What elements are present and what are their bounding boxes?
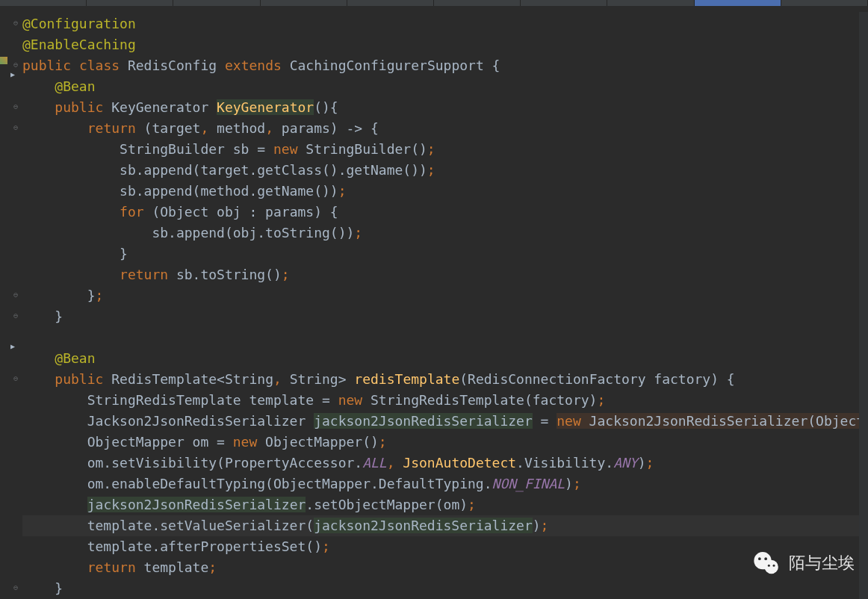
text: om.setVisibility(PropertyAccessor.	[22, 455, 362, 471]
svg-point-3	[764, 557, 767, 560]
semicolon: ;	[541, 518, 549, 533]
fold-icon[interactable]: ⊖	[13, 124, 21, 131]
op: ,	[273, 371, 282, 387]
text: template.afterPropertiesSet()	[22, 539, 322, 554]
fold-icon[interactable]: ⊖	[13, 103, 21, 111]
tab-active[interactable]	[695, 0, 781, 6]
watermark: 陌与尘埃	[751, 548, 855, 578]
text	[22, 497, 87, 512]
type: JsonAutoDetect	[403, 455, 516, 471]
tab[interactable]	[781, 0, 868, 6]
semicolon: ;	[96, 288, 104, 303]
run-caret-icon[interactable]: ▶	[10, 70, 15, 78]
svg-point-4	[768, 565, 770, 567]
semicolon: ;	[597, 392, 605, 408]
tab[interactable]	[173, 0, 260, 6]
error-stripe[interactable]	[859, 12, 868, 599]
keyword: new	[557, 413, 581, 429]
text: (){	[314, 99, 338, 115]
semicolon: ;	[208, 559, 217, 575]
method-name: KeyGenerator	[217, 99, 314, 115]
constant: ALL	[362, 455, 387, 471]
fold-icon[interactable]: ⊖	[13, 375, 21, 382]
constant: NON_FINAL	[492, 476, 565, 491]
text: Jackson2JsonRedisSerializer	[22, 413, 314, 429]
semicolon: ;	[645, 455, 654, 471]
fold-icon[interactable]: ⊖	[13, 61, 21, 69]
svg-point-5	[773, 565, 775, 567]
op: ,	[387, 455, 395, 471]
text: sb.append(obj.toString())	[22, 225, 354, 240]
keyword: for	[120, 204, 144, 220]
watermark-text: 陌与尘埃	[789, 552, 855, 574]
text: StringRedisTemplate template =	[22, 392, 338, 408]
text: KeyGenerator	[103, 99, 217, 115]
fold-icon[interactable]: ⊖	[13, 312, 21, 320]
op: ,	[265, 120, 273, 136]
text: }	[22, 308, 63, 324]
wechat-icon	[751, 548, 781, 578]
tab[interactable]	[261, 0, 347, 6]
keyword: return	[87, 559, 136, 575]
keyword: new	[338, 392, 363, 408]
tab[interactable]	[607, 0, 694, 6]
op: ,	[200, 120, 208, 136]
keyword: class	[79, 58, 120, 73]
text: template.setValueSerializer(	[22, 518, 314, 533]
text: }	[22, 580, 63, 596]
highlighted-id: jackson2JsonRedisSerializer	[314, 518, 533, 533]
gutter: ⊖ ⊖ ▶ ⊖ ⊖ ⊖ ⊖ ▶ ⊖ ⊖	[0, 6, 22, 599]
constant: ANY	[613, 455, 638, 471]
text: ObjectMapper()	[257, 434, 379, 450]
annotation: @EnableCaching	[22, 37, 136, 52]
highlighted-id: jackson2JsonRedisSerializer	[87, 497, 306, 512]
tab[interactable]	[347, 0, 434, 6]
text: method	[208, 120, 265, 136]
text: .setObjectMapper(om)	[306, 497, 468, 512]
text: .Visibility.	[516, 455, 613, 471]
annotation: @Bean	[55, 78, 95, 94]
code-editor[interactable]: ⊖ ⊖ ▶ ⊖ ⊖ ⊖ ⊖ ▶ ⊖ ⊖ @Configuration @Enab…	[0, 6, 868, 599]
tab-bar[interactable]	[0, 0, 868, 6]
method-name: redisTemplate	[354, 371, 459, 387]
semicolon: ;	[354, 225, 362, 240]
text: ObjectMapper om =	[22, 434, 233, 450]
text: StringRedisTemplate(factory)	[362, 392, 597, 408]
gutter-mark-icon	[0, 57, 7, 64]
fold-icon[interactable]: ⊖	[13, 19, 21, 27]
tab[interactable]	[521, 0, 607, 6]
tab[interactable]	[434, 0, 521, 6]
text: (RedisConnectionFactory factory) {	[459, 371, 734, 387]
semicolon: ;	[573, 476, 581, 491]
svg-point-2	[758, 557, 761, 560]
text: om.enableDefaultTyping(ObjectMapper.Defa…	[22, 476, 492, 491]
text: }	[22, 288, 96, 303]
code-area[interactable]: @Configuration @EnableCaching public cla…	[22, 6, 868, 599]
semicolon: ;	[338, 183, 347, 199]
text: )	[533, 518, 541, 533]
run-caret-icon[interactable]: ▶	[10, 342, 15, 350]
text: =	[533, 413, 557, 429]
tab[interactable]	[87, 0, 173, 6]
text: CachingConfigurerSupport {	[282, 58, 500, 73]
keyword: public	[55, 99, 103, 115]
text: StringBuilder()	[297, 141, 427, 157]
keyword: public	[22, 58, 71, 73]
text: RedisConfig	[120, 58, 225, 73]
text: sb.append(method.getName())	[22, 183, 338, 199]
keyword: return	[120, 267, 168, 282]
text: )	[565, 476, 573, 491]
text: String>	[282, 371, 355, 387]
highlighted-id: jackson2JsonRedisSerializer	[314, 413, 533, 429]
fold-icon[interactable]: ⊖	[13, 584, 21, 592]
svg-point-1	[765, 560, 778, 574]
keyword: new	[273, 141, 298, 157]
semicolon: ;	[322, 539, 330, 554]
text	[395, 455, 403, 471]
annotation: @Configuration	[22, 16, 136, 31]
semicolon: ;	[282, 267, 290, 282]
fold-icon[interactable]: ⊖	[13, 291, 21, 299]
semicolon: ;	[468, 497, 476, 512]
keyword: return	[87, 120, 136, 136]
tab[interactable]	[0, 0, 87, 6]
